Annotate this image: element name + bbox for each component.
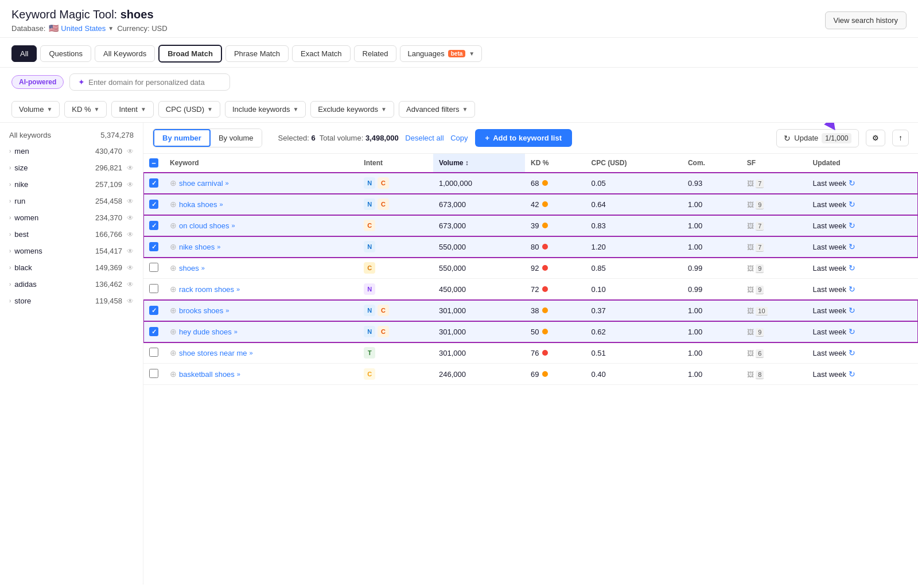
tab-exact-match[interactable]: Exact Match bbox=[292, 45, 351, 62]
refresh-icon[interactable]: ↻ bbox=[849, 306, 855, 315]
sidebar-item-women[interactable]: › women 234,370 👁 bbox=[0, 209, 143, 226]
keyword-link[interactable]: ⊕ shoes » bbox=[170, 263, 352, 272]
sidebar-item-run-count: 254,458 bbox=[95, 197, 122, 205]
tab-questions[interactable]: Questions bbox=[40, 45, 91, 62]
sf-badge[interactable]: 8 bbox=[756, 371, 764, 379]
eye-icon[interactable]: 👁 bbox=[127, 214, 134, 222]
sidebar-item-store[interactable]: › store 119,458 👁 bbox=[0, 293, 143, 309]
eye-icon[interactable]: 👁 bbox=[127, 181, 134, 189]
row-checkbox-cell[interactable] bbox=[143, 236, 164, 258]
eye-icon[interactable]: 👁 bbox=[127, 147, 134, 155]
refresh-icon[interactable]: ↻ bbox=[849, 285, 855, 294]
filter-include-keywords[interactable]: Include keywords ▼ bbox=[225, 101, 306, 118]
filter-volume[interactable]: Volume ▼ bbox=[11, 101, 60, 118]
deselect-all-link[interactable]: Deselect all bbox=[405, 134, 444, 142]
sidebar-item-best[interactable]: › best 166,766 👁 bbox=[0, 226, 143, 243]
eye-icon[interactable]: 👁 bbox=[127, 297, 134, 305]
filter-cpc[interactable]: CPC (USD) ▼ bbox=[158, 101, 220, 118]
sidebar-item-men[interactable]: › men 430,470 👁 bbox=[0, 143, 143, 159]
eye-icon[interactable]: 👁 bbox=[127, 281, 134, 289]
sidebar-item-nike[interactable]: › nike 257,109 👁 bbox=[0, 176, 143, 193]
eye-icon[interactable]: 👁 bbox=[127, 264, 134, 272]
sf-badge[interactable]: 9 bbox=[756, 264, 764, 273]
domain-input[interactable] bbox=[88, 78, 215, 87]
sf-badge[interactable]: 6 bbox=[756, 349, 764, 358]
row-checkbox[interactable] bbox=[149, 242, 158, 251]
sidebar-item-size[interactable]: › size 296,821 👁 bbox=[0, 159, 143, 176]
refresh-icon[interactable]: ↻ bbox=[849, 263, 855, 272]
keyword-link[interactable]: ⊕ basketball shoes » bbox=[170, 369, 352, 379]
row-checkbox[interactable] bbox=[149, 348, 158, 357]
keyword-link[interactable]: ⊕ hoka shoes » bbox=[170, 200, 352, 209]
row-checkbox-cell[interactable] bbox=[143, 258, 164, 279]
sort-by-volume-button[interactable]: By volume bbox=[211, 129, 262, 147]
eye-icon[interactable]: 👁 bbox=[127, 231, 134, 239]
row-checkbox[interactable] bbox=[149, 284, 158, 293]
refresh-icon[interactable]: ↻ bbox=[849, 242, 855, 251]
country-selector[interactable]: 🇺🇸 United States ▼ bbox=[49, 24, 114, 33]
eye-icon[interactable]: 👁 bbox=[127, 197, 134, 205]
settings-button[interactable]: ⚙ bbox=[866, 130, 885, 146]
row-checkbox-cell[interactable] bbox=[143, 279, 164, 300]
row-checkbox-cell[interactable] bbox=[143, 321, 164, 342]
filter-exclude-keywords[interactable]: Exclude keywords ▼ bbox=[310, 101, 394, 118]
row-checkbox[interactable] bbox=[149, 200, 158, 209]
refresh-icon[interactable]: ↻ bbox=[849, 200, 855, 209]
row-checkbox[interactable] bbox=[149, 263, 158, 272]
sf-badge[interactable]: 7 bbox=[756, 180, 764, 188]
add-to-keyword-list-button[interactable]: + Add to keyword list bbox=[475, 129, 573, 147]
row-checkbox-cell[interactable] bbox=[143, 215, 164, 236]
tab-languages[interactable]: Languages beta ▼ bbox=[400, 45, 482, 62]
keyword-link[interactable]: ⊕ shoe stores near me » bbox=[170, 348, 352, 357]
row-checkbox-cell[interactable] bbox=[143, 300, 164, 321]
row-checkbox-cell[interactable] bbox=[143, 173, 164, 194]
update-button[interactable]: ↻ Update 1/1,000 bbox=[776, 129, 859, 147]
keyword-link[interactable]: ⊕ shoe carnival » bbox=[170, 178, 352, 188]
sort-by-number-button[interactable]: By number bbox=[153, 129, 211, 147]
row-checkbox-cell[interactable] bbox=[143, 342, 164, 364]
row-checkbox[interactable] bbox=[149, 327, 158, 336]
sidebar-item-womens[interactable]: › womens 154,417 👁 bbox=[0, 243, 143, 259]
row-checkbox[interactable] bbox=[149, 178, 158, 188]
sidebar-item-run[interactable]: › run 254,458 👁 bbox=[0, 193, 143, 209]
keyword-link[interactable]: ⊕ brooks shoes » bbox=[170, 306, 352, 315]
sidebar-item-black-label: black bbox=[14, 263, 32, 272]
tab-all[interactable]: All bbox=[11, 45, 37, 62]
row-checkbox[interactable] bbox=[149, 306, 158, 315]
sf-badge[interactable]: 9 bbox=[756, 328, 764, 337]
row-checkbox-cell[interactable] bbox=[143, 194, 164, 215]
tab-all-keywords[interactable]: All Keywords bbox=[95, 45, 155, 62]
tab-phrase-match[interactable]: Phrase Match bbox=[225, 45, 289, 62]
filter-advanced[interactable]: Advanced filters ▼ bbox=[399, 101, 475, 118]
sf-badge[interactable]: 9 bbox=[756, 201, 764, 209]
view-history-button[interactable]: View search history bbox=[825, 11, 907, 29]
tab-broad-match[interactable]: Broad Match bbox=[158, 45, 222, 63]
keyword-link[interactable]: ⊕ rack room shoes » bbox=[170, 285, 352, 294]
refresh-icon[interactable]: ↻ bbox=[849, 221, 855, 230]
row-checkbox[interactable] bbox=[149, 221, 158, 230]
sf-badge[interactable]: 7 bbox=[756, 243, 764, 252]
sf-badge[interactable]: 7 bbox=[756, 222, 764, 231]
filter-intent[interactable]: Intent ▼ bbox=[111, 101, 153, 118]
sf-badge[interactable]: 9 bbox=[756, 286, 764, 294]
row-checkbox-cell[interactable] bbox=[143, 364, 164, 385]
refresh-icon[interactable]: ↻ bbox=[849, 178, 855, 188]
sf-badge[interactable]: 10 bbox=[756, 307, 767, 316]
eye-icon[interactable]: 👁 bbox=[127, 164, 134, 172]
sidebar-item-adidas[interactable]: › adidas 136,462 👁 bbox=[0, 276, 143, 293]
eye-icon[interactable]: 👁 bbox=[127, 247, 134, 255]
keyword-link[interactable]: ⊕ nike shoes » bbox=[170, 242, 352, 251]
refresh-icon[interactable]: ↻ bbox=[849, 369, 855, 379]
refresh-icon[interactable]: ↻ bbox=[849, 327, 855, 336]
filter-kd[interactable]: KD % ▼ bbox=[64, 101, 107, 118]
export-button[interactable]: ↑ bbox=[892, 130, 909, 146]
keyword-link[interactable]: ⊕ on cloud shoes » bbox=[170, 221, 352, 230]
copy-link[interactable]: Copy bbox=[450, 134, 468, 142]
select-all-checkbox[interactable] bbox=[149, 158, 158, 168]
tab-related[interactable]: Related bbox=[354, 45, 397, 62]
sidebar-item-black[interactable]: › black 149,369 👁 bbox=[0, 259, 143, 276]
keyword-link[interactable]: ⊕ hey dude shoes » bbox=[170, 327, 352, 336]
domain-input-wrap[interactable]: ✦ bbox=[69, 73, 230, 91]
refresh-icon[interactable]: ↻ bbox=[849, 348, 855, 357]
row-checkbox[interactable] bbox=[149, 369, 158, 378]
